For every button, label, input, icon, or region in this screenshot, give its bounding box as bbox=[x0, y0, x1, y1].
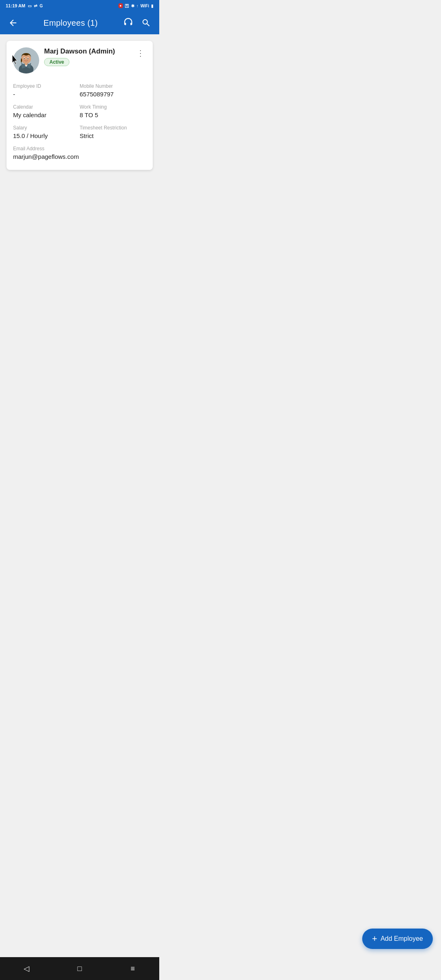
bluetooth-icon: ✱ bbox=[131, 4, 134, 8]
employee-card: Marj Dawson (Admin) Active ⋮ Employee ID… bbox=[7, 41, 153, 170]
fields-grid: Employee ID - Mobile Number 6575089797 C… bbox=[13, 80, 146, 163]
key-icon: ⚿ bbox=[125, 4, 129, 8]
card-header: Marj Dawson (Admin) Active ⋮ bbox=[13, 47, 146, 74]
status-badge: Active bbox=[44, 58, 69, 66]
salary-label: Salary bbox=[13, 125, 80, 131]
employee-name: Marj Dawson (Admin) bbox=[44, 47, 135, 56]
main-content: Marj Dawson (Admin) Active ⋮ Employee ID… bbox=[0, 34, 159, 320]
email-value: marjun@pageflows.com bbox=[13, 153, 146, 160]
status-bar: 11:19 AM ▭ ⇌ G ● ⚿ ✱ ↑ WiFi ▮ bbox=[0, 0, 159, 11]
work-timing-field: Work Timing 8 TO 5 bbox=[80, 101, 146, 122]
app-bar: Employees (1) bbox=[0, 11, 159, 34]
salary-value: 15.0 / Hourly bbox=[13, 132, 80, 139]
timesheet-label: Timesheet Restriction bbox=[80, 125, 146, 131]
work-timing-value: 8 TO 5 bbox=[80, 111, 146, 118]
calendar-value: My calendar bbox=[13, 111, 80, 118]
camera-icon: ▭ bbox=[28, 4, 31, 8]
avatar bbox=[13, 47, 39, 74]
headphone-icon[interactable] bbox=[120, 15, 136, 31]
timesheet-value: Strict bbox=[80, 132, 146, 139]
page-title: Employees (1) bbox=[21, 18, 120, 28]
more-options-button[interactable]: ⋮ bbox=[135, 47, 146, 59]
mobile-value: 6575089797 bbox=[80, 91, 146, 98]
svg-point-7 bbox=[24, 58, 24, 59]
mobile-field: Mobile Number 6575089797 bbox=[80, 80, 146, 101]
app-bar-actions bbox=[120, 15, 154, 31]
email-field: Email Address marjun@pageflows.com bbox=[13, 143, 146, 163]
battery-icon: ▮ bbox=[151, 4, 154, 8]
email-label: Email Address bbox=[13, 146, 146, 151]
employee-id-label: Employee ID bbox=[13, 83, 80, 89]
employee-id-value: - bbox=[13, 91, 80, 98]
calendar-label: Calendar bbox=[13, 104, 80, 110]
work-timing-label: Work Timing bbox=[80, 104, 146, 110]
record-icon: ● bbox=[118, 3, 123, 8]
timesheet-field: Timesheet Restriction Strict bbox=[80, 122, 146, 143]
google-icon: G bbox=[40, 4, 43, 8]
calendar-field: Calendar My calendar bbox=[13, 101, 80, 122]
salary-field: Salary 15.0 / Hourly bbox=[13, 122, 80, 143]
time-display: 11:19 AM bbox=[6, 3, 25, 8]
svg-point-8 bbox=[27, 58, 28, 59]
mobile-label: Mobile Number bbox=[80, 83, 146, 89]
header-info: Marj Dawson (Admin) Active bbox=[44, 47, 135, 66]
signal-icon: ↑ bbox=[136, 4, 138, 8]
status-bar-left: 11:19 AM ▭ ⇌ G bbox=[6, 3, 43, 8]
back-button[interactable] bbox=[5, 15, 21, 31]
wifi-icon: WiFi bbox=[140, 4, 149, 8]
status-bar-right: ● ⚿ ✱ ↑ WiFi ▮ bbox=[118, 3, 154, 8]
search-icon[interactable] bbox=[138, 15, 154, 31]
wifi-status-icon: ⇌ bbox=[34, 4, 37, 8]
employee-id-field: Employee ID - bbox=[13, 80, 80, 101]
